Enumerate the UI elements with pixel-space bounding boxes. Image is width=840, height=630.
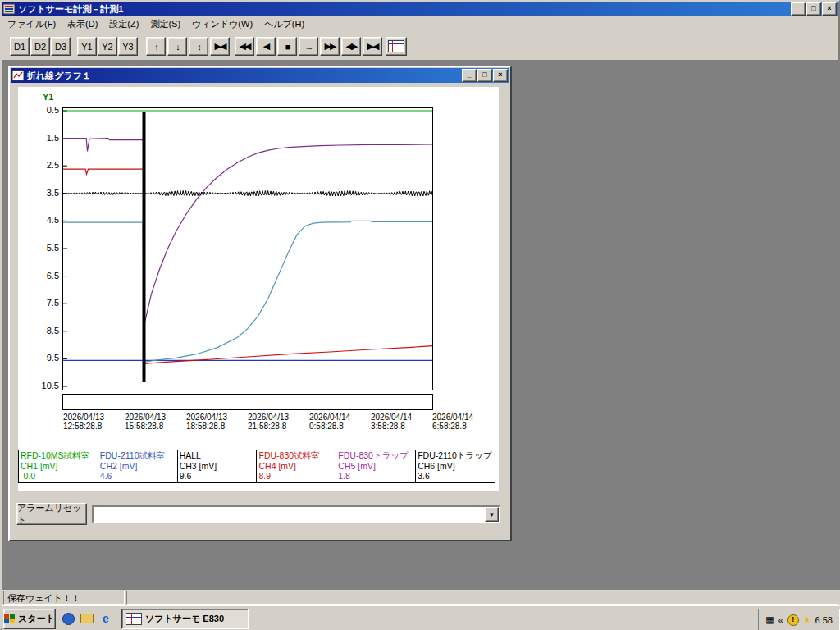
alarm-reset-button[interactable]: アラームリセット xyxy=(16,503,87,525)
legend-cell: FDU-2110トラップCH6 [mV]3.6 xyxy=(415,450,495,482)
windows-logo-icon xyxy=(4,614,16,624)
graph-window-title-bar: 折れ線グラフ１ _ □ × xyxy=(11,68,509,83)
d3-button[interactable]: D3 xyxy=(51,37,71,56)
scale-auto-button[interactable]: ▶◀ xyxy=(210,37,230,56)
bowtie-icon: ▶◀ xyxy=(215,41,226,52)
y-axis-title: Y1 xyxy=(43,92,53,102)
up-down-arrow-icon: ↕ xyxy=(197,42,200,52)
graph-icon xyxy=(388,40,404,52)
chart-panel: Y1 0.51.52.53.54.55.56.57.58.59.510.5 20… xyxy=(18,87,499,491)
y1-button[interactable]: Y1 xyxy=(77,37,97,56)
task-button-softthermo[interactable]: ソフトサーモ E830 xyxy=(121,609,249,629)
status-spacer xyxy=(126,591,838,605)
y2-button[interactable]: Y2 xyxy=(98,37,117,56)
x-tick-label: 2026/04/1312:58:28.8 xyxy=(63,413,124,431)
menu-view[interactable]: 表示(D) xyxy=(62,16,103,32)
y-tick-label: 5.5 xyxy=(20,243,59,253)
ie-icon[interactable]: e xyxy=(98,611,113,626)
graph-close-button[interactable]: × xyxy=(493,69,508,82)
mdi-area: 折れ線グラフ１ _ □ × Y1 0.51.52.53.54.55.56.57.… xyxy=(2,60,840,590)
expand-span-button[interactable]: ◀▶ xyxy=(341,37,361,56)
clock: 6:58 xyxy=(815,615,833,625)
step-forward-button[interactable]: → xyxy=(299,37,318,56)
down-arrow-icon: ↓ xyxy=(176,42,179,52)
x-tick-label: 2026/04/146:58:28.8 xyxy=(432,413,493,431)
menu-measure[interactable]: 測定(S) xyxy=(144,16,186,32)
x-tick-label: 2026/04/140:58:28.8 xyxy=(309,413,370,431)
y-tick-label: 0.5 xyxy=(20,105,59,115)
status-message: 保存ウェイト！！ xyxy=(3,591,125,605)
up-arrow-icon: ↑ xyxy=(154,42,158,52)
fast-forward-icon: ▶▶ xyxy=(325,41,336,52)
app-window: ソフトサーモ計測－計測1 _ □ × ファイル(F) 表示(D) 設定(Z) 測… xyxy=(0,0,840,630)
legend-cell: RFD-10MS試料室CH1 [mV]-0.0 xyxy=(19,450,98,482)
taskbar: スタート e ソフトサーモ E830 ▦ « ! ★ 6:58 xyxy=(2,605,840,630)
start-button[interactable]: スタート xyxy=(3,609,56,629)
graph-maximize-button[interactable]: □ xyxy=(477,69,492,82)
menu-help[interactable]: ヘルプ(H) xyxy=(258,16,310,32)
graph-window-title: 折れ線グラフ１ xyxy=(27,70,461,82)
keyboard-icon[interactable]: ▦ xyxy=(765,614,774,625)
x-tick-label: 2026/04/143:58:28.8 xyxy=(371,413,431,431)
y-tick-label: 2.5 xyxy=(20,160,59,170)
fast-forward-button[interactable]: ▶▶ xyxy=(320,37,340,56)
legend-cell: HALLCH3 [mV]9.6 xyxy=(177,450,257,482)
scale-up-button[interactable]: ↑ xyxy=(146,37,166,56)
scale-expand-button[interactable]: ↕ xyxy=(189,37,208,56)
tray-chevron-icon[interactable]: « xyxy=(778,615,783,625)
window-title: ソフトサーモ計測－計測1 xyxy=(18,3,790,16)
expand-span-icon: ◀▶ xyxy=(346,41,357,52)
x-scroll-strip[interactable] xyxy=(62,394,433,410)
y-tick-label: 1.5 xyxy=(20,133,59,143)
y-tick-label: 8.5 xyxy=(20,326,59,336)
d1-button[interactable]: D1 xyxy=(10,37,30,56)
graph-button[interactable] xyxy=(386,37,407,56)
app-icon xyxy=(3,3,15,15)
y-tick-label: 7.5 xyxy=(20,298,59,308)
scale-down-button[interactable]: ↓ xyxy=(167,37,187,56)
fast-rewind-button[interactable]: ◀◀ xyxy=(235,37,254,56)
alarm-combo-input[interactable] xyxy=(94,507,485,522)
shrink-span-button[interactable]: ▶◀ xyxy=(363,37,382,56)
system-tray: ▦ « ! ★ 6:58 xyxy=(758,609,840,630)
back-icon: ◀ xyxy=(263,41,268,52)
graph-window-icon xyxy=(12,70,24,81)
y-tick-label: 4.5 xyxy=(20,215,59,225)
step-back-button[interactable]: ◀ xyxy=(256,37,276,56)
minimize-button[interactable]: _ xyxy=(791,2,806,16)
folder-icon[interactable] xyxy=(80,611,94,626)
task-label: ソフトサーモ E830 xyxy=(145,613,224,625)
start-label: スタート xyxy=(18,613,55,625)
menu-window[interactable]: ウィンドウ(W) xyxy=(186,16,258,32)
line-chart xyxy=(63,108,432,390)
stop-icon: ■ xyxy=(285,42,290,52)
internet-icon[interactable] xyxy=(61,611,75,626)
x-tick-label: 2026/04/1315:58:28.8 xyxy=(125,413,185,431)
stop-button[interactable]: ■ xyxy=(277,37,297,56)
y-tick-label: 9.5 xyxy=(20,353,59,363)
menu-file[interactable]: ファイル(F) xyxy=(2,16,62,32)
y-tick-label: 10.5 xyxy=(20,381,59,390)
forward-icon: → xyxy=(305,42,313,52)
restore-button[interactable]: □ xyxy=(806,2,821,16)
status-bar: 保存ウェイト！！ xyxy=(2,590,840,605)
alert-icon[interactable]: ! xyxy=(788,614,799,626)
y-tick-label: 6.5 xyxy=(20,271,59,281)
alarm-combo: ▼ xyxy=(92,505,500,523)
graph-minimize-button[interactable]: _ xyxy=(462,69,477,82)
graph-window: 折れ線グラフ１ _ □ × Y1 0.51.52.53.54.55.56.57.… xyxy=(8,66,512,541)
combo-dropdown-button[interactable]: ▼ xyxy=(485,507,499,522)
d2-button[interactable]: D2 xyxy=(30,37,50,56)
menu-settings[interactable]: 設定(Z) xyxy=(103,16,144,32)
x-tick-label: 2026/04/1318:58:28.8 xyxy=(186,413,247,431)
title-bar: ソフトサーモ計測－計測1 _ □ × xyxy=(2,2,838,16)
task-icon xyxy=(126,613,142,625)
close-button[interactable]: × xyxy=(822,2,837,16)
shrink-span-icon: ▶◀ xyxy=(368,41,378,52)
x-tick-label: 2026/04/1321:58:28.8 xyxy=(248,413,308,431)
y3-button[interactable]: Y3 xyxy=(118,37,138,56)
legend-cell: FDU-2110試料室CH2 [mV]4.6 xyxy=(98,450,177,482)
star-icon[interactable]: ★ xyxy=(803,614,811,625)
legend-cell: FDU-830トラップCH5 [mV]1.8 xyxy=(336,450,415,482)
fast-rewind-icon: ◀◀ xyxy=(240,41,250,52)
